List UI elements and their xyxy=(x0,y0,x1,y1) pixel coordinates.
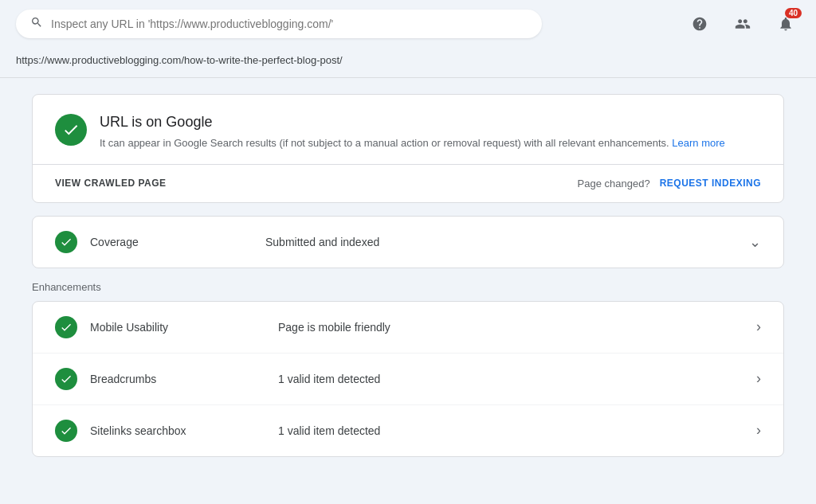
enhancements-card: Mobile Usability Page is mobile friendly… xyxy=(32,301,784,457)
notification-button[interactable]: 40 xyxy=(771,10,800,38)
url-inspect-input[interactable] xyxy=(51,18,528,30)
enhancement-row-mobile-usability: Mobile Usability Page is mobile friendly… xyxy=(33,302,783,353)
sitelinks-chevron-icon[interactable]: › xyxy=(756,422,761,439)
mobile-usability-check-icon xyxy=(55,316,77,338)
inspected-url-bar: https://www.productiveblogging.com/how-t… xyxy=(0,46,816,78)
action-bar-right: Page changed? REQUEST INDEXING xyxy=(578,178,761,189)
coverage-check-icon xyxy=(55,231,77,253)
url-status-text: URL is on Google It can appear in Google… xyxy=(100,114,725,151)
top-bar: 40 xyxy=(0,0,816,46)
coverage-row: Coverage Submitted and indexed ⌄ xyxy=(33,217,783,268)
help-button[interactable] xyxy=(685,10,714,38)
mobile-usability-chevron-icon[interactable]: › xyxy=(756,318,761,335)
notification-count: 40 xyxy=(785,8,802,18)
action-bar: VIEW CRAWLED PAGE Page changed? REQUEST … xyxy=(33,164,783,202)
url-status-title: URL is on Google xyxy=(100,114,725,131)
coverage-value: Submitted and indexed xyxy=(265,236,749,248)
url-status-header: URL is on Google It can appear in Google… xyxy=(55,114,761,151)
mobile-usability-label: Mobile Usability xyxy=(90,321,265,334)
request-indexing-button[interactable]: REQUEST INDEXING xyxy=(660,178,761,189)
enhancement-row-sitelinks: Sitelinks searchbox 1 valid item detecte… xyxy=(33,404,783,456)
coverage-chevron-icon[interactable]: ⌄ xyxy=(749,233,761,251)
manage-users-button[interactable] xyxy=(728,10,757,38)
sitelinks-label: Sitelinks searchbox xyxy=(90,424,265,437)
url-inspect-search-bar[interactable] xyxy=(16,10,542,38)
breadcrumbs-check-icon xyxy=(55,368,77,390)
coverage-label: Coverage xyxy=(90,236,265,248)
learn-more-link[interactable]: Learn more xyxy=(672,137,724,149)
sitelinks-check-icon xyxy=(55,420,77,442)
breadcrumbs-label: Breadcrumbs xyxy=(90,373,265,385)
url-status-section: URL is on Google It can appear in Google… xyxy=(33,95,783,151)
top-icons: 40 xyxy=(685,10,800,38)
view-crawled-page-link[interactable]: VIEW CRAWLED PAGE xyxy=(55,178,167,189)
mobile-usability-value: Page is mobile friendly xyxy=(278,321,743,334)
breadcrumbs-value: 1 valid item detected xyxy=(278,373,743,385)
main-content: URL is on Google It can appear in Google… xyxy=(0,78,816,486)
enhancements-section-label: Enhancements xyxy=(32,281,784,293)
sitelinks-value: 1 valid item detected xyxy=(278,424,743,437)
search-icon xyxy=(30,16,43,32)
status-check-icon xyxy=(55,114,87,146)
enhancement-row-breadcrumbs: Breadcrumbs 1 valid item detected › xyxy=(33,353,783,404)
url-status-desc: It can appear in Google Search results (… xyxy=(100,135,725,151)
inspected-url: https://www.productiveblogging.com/how-t… xyxy=(16,54,343,66)
coverage-card: Coverage Submitted and indexed ⌄ xyxy=(32,216,784,268)
page-changed-label: Page changed? xyxy=(578,178,650,189)
url-status-card: URL is on Google It can appear in Google… xyxy=(32,94,784,203)
breadcrumbs-chevron-icon[interactable]: › xyxy=(756,370,761,387)
